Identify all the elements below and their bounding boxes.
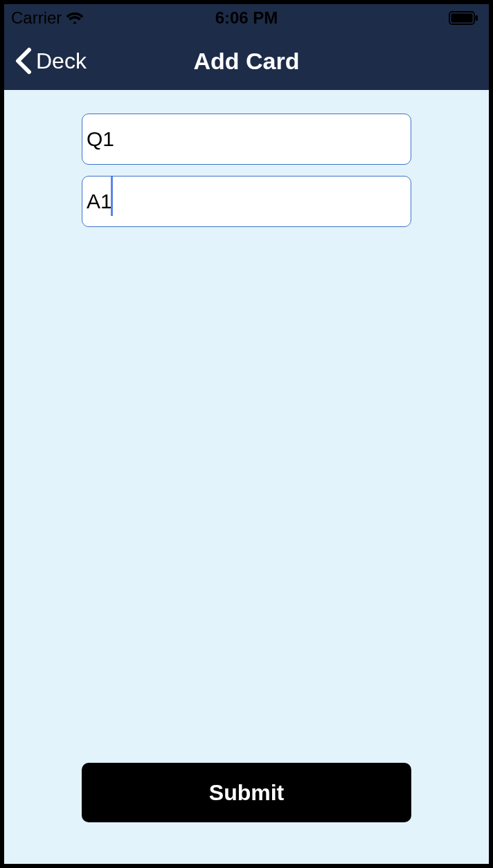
chevron-left-icon (14, 47, 33, 75)
content-area: Submit (4, 90, 489, 864)
carrier-label: Carrier (11, 8, 62, 28)
page-title: Add Card (194, 48, 300, 75)
status-left: Carrier (11, 8, 84, 28)
back-label: Deck (36, 48, 87, 74)
status-time: 6:06 PM (215, 8, 278, 28)
nav-bar: Deck Add Card (4, 32, 489, 90)
back-button[interactable]: Deck (4, 47, 87, 75)
status-bar: Carrier 6:06 PM (4, 4, 489, 32)
text-cursor (111, 176, 113, 216)
status-right (449, 11, 479, 25)
battery-icon (449, 11, 479, 25)
submit-button[interactable]: Submit (82, 763, 411, 822)
svg-rect-2 (476, 15, 478, 21)
svg-rect-1 (451, 14, 473, 23)
wifi-icon (66, 11, 84, 25)
answer-input[interactable] (82, 176, 411, 227)
question-input[interactable] (82, 114, 411, 165)
